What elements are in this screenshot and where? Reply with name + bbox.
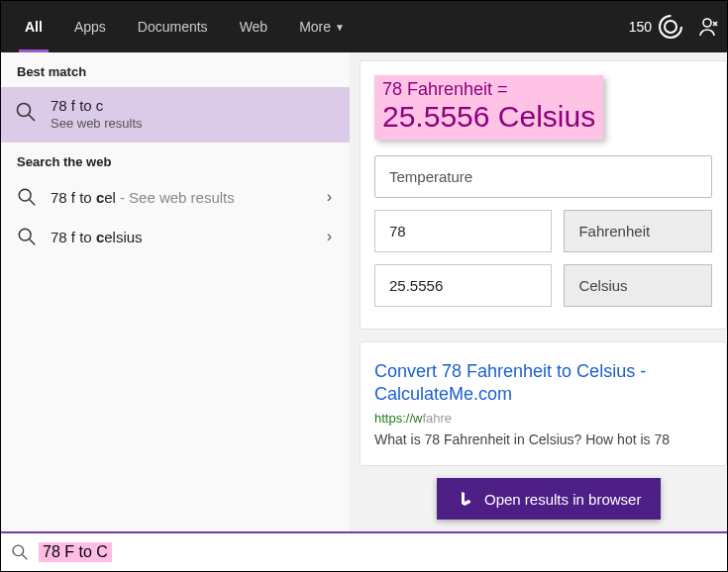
chevron-down-icon: ▼ [335, 22, 345, 33]
result-title[interactable]: Convert 78 Fahrenheit to Celsius - Calcu… [374, 360, 712, 407]
tab-web[interactable]: Web [224, 1, 284, 52]
search-input[interactable] [112, 544, 717, 561]
answer-highlight: 78 Fahrenheit = 25.5556 Celsius [374, 75, 603, 140]
search-bar[interactable]: 78 F to C [1, 531, 727, 571]
chevron-right-icon: › [327, 228, 332, 245]
result-url: https://wfahre [374, 411, 712, 426]
search-input-text[interactable]: 78 F to C [39, 542, 112, 562]
svg-point-7 [19, 229, 31, 240]
open-in-browser-button[interactable]: Open results in browser [437, 478, 661, 520]
best-match-sub: See web results [51, 116, 334, 131]
suggestion-text: 78 f to celsius [51, 229, 143, 245]
svg-line-8 [30, 239, 35, 244]
tab-all[interactable]: All [9, 1, 58, 52]
tab-documents[interactable]: Documents [122, 1, 224, 52]
best-match-item[interactable]: 78 f to c See web results [1, 87, 350, 143]
search-icon [17, 227, 37, 246]
web-result-card: Convert 78 Fahrenheit to Celsius - Calcu… [360, 341, 727, 466]
svg-point-1 [665, 21, 676, 33]
search-icon [17, 187, 37, 207]
rewards-badge-icon [658, 14, 683, 40]
rewards-points[interactable]: 150 [629, 14, 683, 40]
converter-row: 25.5556 Celsius [374, 264, 712, 307]
tab-more[interactable]: More ▼ [283, 1, 361, 52]
svg-point-3 [18, 104, 31, 117]
converter-type-select[interactable]: Temperature [374, 155, 712, 198]
results-pane: 78 Fahrenheit = 25.5556 Celsius Temperat… [350, 52, 727, 531]
search-icon [15, 101, 37, 123]
to-value-input[interactable]: 25.5556 [374, 264, 552, 307]
content-area: Best match 78 f to c See web results Sea… [1, 52, 727, 531]
search-web-label: Search the web [1, 143, 350, 177]
account-icon[interactable] [697, 16, 719, 38]
suggestion-row[interactable]: 78 f to celsius › [1, 217, 350, 256]
top-right-group: 150 [629, 14, 719, 40]
from-value-input[interactable]: 78 [374, 210, 552, 252]
suggestion-text: 78 f to cel- See web results [51, 189, 235, 206]
answer-card: 78 Fahrenheit = 25.5556 Celsius Temperat… [360, 60, 727, 330]
svg-line-10 [22, 554, 27, 559]
top-tab-bar: All Apps Documents Web More ▼ 150 [1, 1, 727, 52]
answer-head-big: 25.5556 Celsius [382, 100, 595, 134]
svg-line-4 [29, 115, 35, 121]
chevron-right-icon: › [327, 188, 332, 206]
tab-apps[interactable]: Apps [58, 1, 122, 52]
best-match-label: Best match [1, 52, 350, 87]
answer-head-top: 78 Fahrenheit = [382, 79, 595, 100]
svg-point-5 [19, 189, 31, 201]
converter-row: 78 Fahrenheit [374, 210, 712, 252]
best-match-title: 78 f to c [51, 97, 334, 114]
bing-icon [457, 490, 474, 508]
svg-point-2 [703, 19, 711, 27]
from-unit-select[interactable]: Fahrenheit [564, 210, 712, 252]
result-snippet: What is 78 Fahrenheit in Celsius? How ho… [374, 431, 712, 447]
to-unit-select[interactable]: Celsius [564, 264, 712, 307]
suggestion-row[interactable]: 78 f to cel- See web results › [1, 177, 350, 217]
svg-point-0 [660, 16, 681, 38]
suggestions-pane: Best match 78 f to c See web results Sea… [1, 52, 350, 531]
svg-line-6 [30, 200, 35, 205]
search-icon [11, 543, 29, 561]
svg-point-9 [13, 545, 24, 556]
tab-group: All Apps Documents Web More ▼ [9, 1, 361, 52]
